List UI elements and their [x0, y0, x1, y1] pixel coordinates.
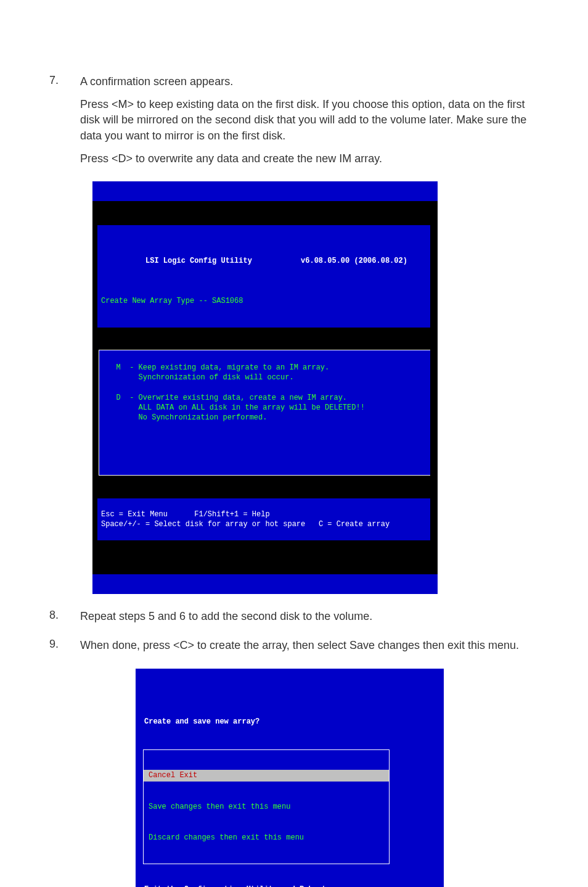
- step-9-text: When done, press <C> to create the array…: [80, 638, 539, 653]
- term1-opt-d-line2: ALL DATA on ALL disk in the array will b…: [116, 403, 365, 412]
- term1-title-right: v6.08.05.00 (2006.08.02): [301, 257, 407, 265]
- document-page: 7. A confirmation screen appears. Press …: [0, 0, 588, 887]
- step-number: 7.: [49, 74, 80, 174]
- menu-below-text: Exit the Configuration Utility and Reboo…: [141, 884, 439, 887]
- menu-item-cancel[interactable]: Cancel Exit: [144, 770, 389, 781]
- step-7-line3: Press <D> to overwrite any data and crea…: [80, 151, 539, 167]
- step-8: 8. Repeat steps 5 and 6 to add the secon…: [49, 609, 539, 632]
- step-7-line2: Press <M> to keep existing data on the f…: [80, 97, 539, 144]
- term1-opt-m-line1: M - Keep existing data, migrate to an IM…: [116, 363, 330, 372]
- step-number: 9.: [49, 638, 80, 661]
- step-9: 9. When done, press <C> to create the ar…: [49, 638, 539, 661]
- menu-item-save[interactable]: Save changes then exit this menu: [144, 801, 389, 812]
- step-8-text: Repeat steps 5 and 6 to add the second d…: [80, 609, 539, 624]
- term1-opt-d-line3: No Synchronization performed.: [116, 413, 267, 422]
- step-body: A confirmation screen appears. Press <M>…: [80, 74, 539, 174]
- step-number: 8.: [49, 609, 80, 632]
- menu-item-discard[interactable]: Discard changes then exit this menu: [144, 832, 389, 843]
- term1-opt-m-line2: Synchronization of disk will occur.: [116, 373, 294, 382]
- terminal-save-menu: Create and save new array? Cancel Exit S…: [136, 669, 444, 887]
- step-7: 7. A confirmation screen appears. Press …: [49, 74, 539, 174]
- term1-title-left: LSI Logic Config Utility: [145, 257, 252, 265]
- menu-title: Create and save new array?: [141, 714, 439, 729]
- terminal-confirmation: LSI Logic Config Utility v6.08.05.00 (20…: [92, 181, 438, 594]
- term1-footer-space: Space/+/- = Select disk for array or hot…: [101, 520, 305, 529]
- term1-footer-create: C = Create array: [319, 520, 390, 529]
- term1-footer-help: F1/Shift+1 = Help: [194, 510, 269, 519]
- step-7-line1: A confirmation screen appears.: [80, 74, 539, 89]
- term1-opt-d-line1: D - Overwrite existing data, create a ne…: [116, 394, 347, 402]
- menu-box: Cancel Exit Save changes then exit this …: [143, 749, 390, 864]
- term1-footer-esc: Esc = Exit Menu: [101, 510, 168, 519]
- step-body: When done, press <C> to create the array…: [80, 638, 539, 661]
- step-body: Repeat steps 5 and 6 to add the second d…: [80, 609, 539, 632]
- term1-subtitle: Create New Array Type -- SAS1068: [101, 296, 429, 306]
